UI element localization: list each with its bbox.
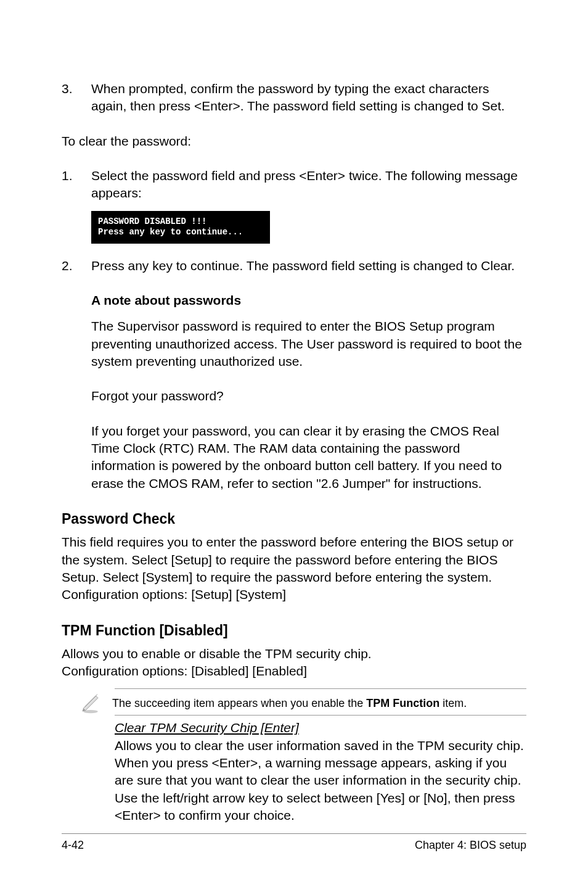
step-number: 2. <box>62 257 91 274</box>
note-p2: Forgot your password? <box>91 387 526 405</box>
step-text: When prompted, confirm the password by t… <box>91 80 526 115</box>
step-number: 3. <box>62 80 91 115</box>
terminal-line-2: Press any key to continue... <box>98 227 263 238</box>
note-about-passwords: A note about passwords The Supervisor pa… <box>62 292 526 492</box>
tpm-note-pre: The succeeding item appears when you ena… <box>112 697 366 709</box>
step-text: Press any key to continue. The password … <box>91 257 526 274</box>
tpm-body-2: Configuration options: [Disabled] [Enabl… <box>62 662 526 680</box>
tpm-body-1: Allows you to enable or disable the TPM … <box>62 645 526 662</box>
note-divider-top <box>115 688 526 689</box>
password-check-body: This field requires you to enter the pas… <box>62 534 526 603</box>
footer-chapter: Chapter 4: BIOS setup <box>415 838 526 852</box>
page-footer: 4-42 Chapter 4: BIOS setup <box>62 833 526 852</box>
tpm-function-heading: TPM Function [Disabled] <box>62 621 526 640</box>
password-check-heading: Password Check <box>62 510 526 529</box>
note-p3: If you forget your password, you can cle… <box>91 423 526 492</box>
tpm-note-post: item. <box>439 697 467 709</box>
footer-page-number: 4-42 <box>62 838 84 852</box>
terminal-line-1: PASSWORD DISABLED !!! <box>98 217 263 228</box>
step-3: 3. When prompted, confirm the password b… <box>62 80 526 115</box>
terminal-message: PASSWORD DISABLED !!! Press any key to c… <box>91 211 270 244</box>
step-number: 1. <box>62 167 91 202</box>
pencil-icon <box>80 693 101 714</box>
note-heading: A note about passwords <box>91 292 526 309</box>
step-2: 2. Press any key to continue. The passwo… <box>62 257 526 274</box>
step-1: 1. Select the password field and press <… <box>62 167 526 202</box>
tpm-note-bold: TPM Function <box>366 697 439 709</box>
clear-password-intro: To clear the password: <box>62 133 526 150</box>
clear-tpm-section: Clear TPM Security Chip [Enter] Allows y… <box>62 719 526 824</box>
clear-tpm-body: Allows you to clear the user information… <box>115 737 526 825</box>
step-text: Select the password field and press <Ent… <box>91 167 526 202</box>
tpm-note-text: The succeeding item appears when you ena… <box>112 696 467 711</box>
clear-tpm-heading: Clear TPM Security Chip [Enter] <box>115 719 526 736</box>
tpm-note-row: The succeeding item appears when you ena… <box>62 693 526 714</box>
svg-marker-1 <box>83 696 98 711</box>
note-p1: The Supervisor password is required to e… <box>91 318 526 370</box>
note-divider-bottom <box>115 715 526 716</box>
